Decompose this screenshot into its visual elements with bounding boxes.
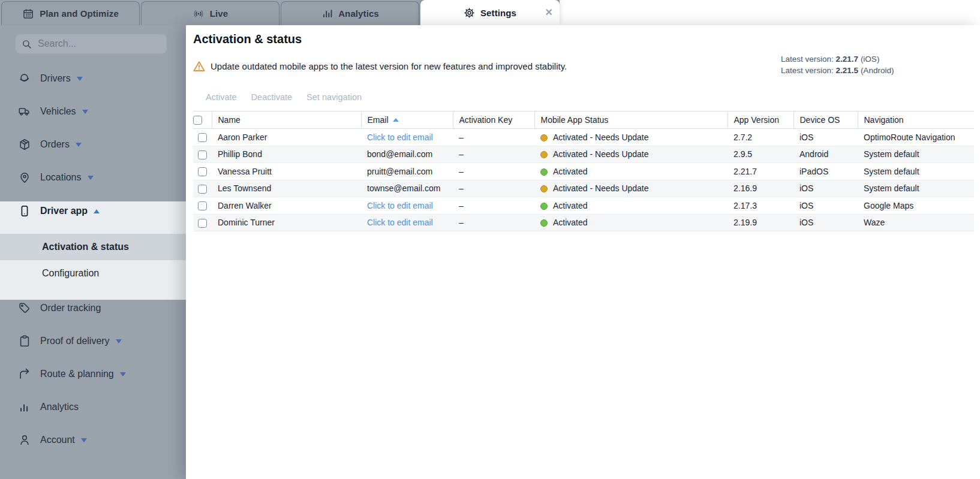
chevron-up-icon [94,209,100,213]
sidebar-item-label: Orders [40,139,70,150]
sidebar-item-label: Account [40,435,75,445]
row-checkbox[interactable] [198,150,207,159]
sort-ascending-icon [393,118,399,122]
row-checkbox[interactable] [198,167,207,176]
tab-label: Plan and Optimize [40,8,119,19]
drivers-table: Name Email Activation Key Mobile App Sta… [193,111,974,231]
table-row: Vanessa Pruitt pruitt@email.com – Activa… [193,163,974,180]
row-checkbox[interactable] [198,133,207,142]
cell-device-os: iPadOS [793,163,858,180]
table-row: Darren Walker Click to edit email – Acti… [193,197,974,215]
cell-app-version: 2.9.5 [728,146,793,163]
sidebar-item-analytics[interactable]: Analytics [0,399,186,415]
cell-name: Les Townsend [212,180,361,197]
chevron-down-icon [76,143,82,147]
cell-app-version: 2.17.3 [728,197,793,215]
row-checkbox[interactable] [198,219,207,228]
tab-label: Analytics [338,8,379,19]
cell-navigation: Waze [858,214,974,231]
sidebar-item-activation-status[interactable]: Activation & status [0,234,186,260]
column-header-device-os[interactable]: Device OS [793,112,858,129]
latest-version-label: Latest version: [781,55,834,64]
chevron-down-icon [81,438,87,442]
cell-device-os: iOS [793,180,858,197]
table-body: Aaron Parker Click to edit email – Activ… [193,129,974,231]
sidebar-item-order-tracking[interactable]: Order tracking [0,300,186,317]
status-dot [540,151,548,158]
tab-analytics[interactable]: Analytics [281,1,419,25]
tab-settings[interactable]: Settings ✕ [420,0,560,25]
sidebar-item-label: Analytics [40,402,79,412]
sidebar-item-orders[interactable]: Orders [0,136,186,153]
cell-device-os: Android [793,146,858,163]
column-header-activation-key[interactable]: Activation Key [453,112,534,129]
latest-version-platform: (iOS) [861,55,880,64]
sidebar-item-label: Proof of delivery [40,336,110,347]
column-header-name[interactable]: Name [212,112,361,129]
status-label: Activated [553,218,588,227]
cell-name: Vanessa Pruitt [212,163,361,180]
sidebar-item-label: Driver app [40,206,88,216]
set-navigation-button[interactable]: Set navigation [306,92,362,102]
cell-email[interactable]: Click to edit email [361,197,453,215]
activate-button[interactable]: Activate [206,92,237,102]
sidebar-item-drivers[interactable]: Drivers [0,70,186,87]
status-label: Activated [553,167,588,176]
tag-icon [18,302,31,315]
search-box[interactable] [16,34,167,53]
row-checkbox[interactable] [198,185,207,194]
smartphone-icon [18,204,31,218]
person-icon [18,433,31,447]
sidebar-item-proof-of-delivery[interactable]: Proof of delivery [0,333,186,350]
sidebar-item-locations[interactable]: Locations [0,169,186,186]
cell-activation-key: – [453,197,534,215]
cell-email[interactable]: pruitt@email.com [361,163,453,180]
sidebar-item-label: Vehicles [40,106,76,117]
sidebar-item-route-planning[interactable]: Route & planning [0,366,186,382]
sidebar-subitem-label: Activation & status [42,242,129,252]
update-warning: Update outdated mobile apps to the lates… [193,61,567,72]
cell-activation-key: – [453,129,534,146]
sidebar-item-driver-app[interactable]: Driver app [0,203,186,219]
cell-activation-key: – [453,214,534,231]
tab-live[interactable]: Live [141,1,279,25]
cell-app-version: 2.16.9 [728,180,793,197]
truck-icon [18,105,31,118]
cell-name: Dominic Turner [212,214,361,231]
select-all-checkbox[interactable] [193,116,202,125]
cell-email[interactable]: Click to edit email [361,214,453,231]
latest-version-number: 2.21.5 [836,66,859,75]
latest-versions: Latest version: 2.21.7 (iOS) Latest vers… [781,54,894,76]
drivers-cap-icon [18,72,31,85]
sidebar-subitem-label: Configuration [42,268,99,279]
column-header-email[interactable]: Email [361,112,453,129]
row-checkbox[interactable] [198,201,207,210]
sidebar-item-configuration[interactable]: Configuration [0,260,186,287]
cell-email[interactable]: Click to edit email [361,129,453,146]
cell-device-os: iOS [793,197,858,215]
tab-bar: Plan and Optimize Live Analytics Se [0,0,560,25]
cell-email[interactable]: townse@email.com [361,180,453,197]
column-header-navigation[interactable]: Navigation [858,112,974,129]
chevron-down-icon [82,110,88,114]
cell-app-version: 2.7.2 [728,129,793,146]
sidebar-item-account[interactable]: Account [0,432,186,448]
cell-activation-key: – [453,163,534,180]
cell-app-version: 2.19.9 [728,214,793,231]
column-header-mobile-app-status[interactable]: Mobile App Status [534,112,728,129]
search-input[interactable] [37,38,161,50]
table-row: Phillip Bond bond@email.com – Activated … [193,146,974,163]
cell-email[interactable]: bond@email.com [361,146,453,163]
latest-version-number: 2.21.7 [836,55,859,64]
cell-name: Darren Walker [212,197,361,215]
tab-plan-and-optimize[interactable]: Plan and Optimize [1,1,140,25]
status-label: Activated - Needs Update [553,149,649,159]
deactivate-button[interactable]: Deactivate [251,92,293,102]
tab-label: Live [210,8,228,19]
close-icon[interactable]: ✕ [545,8,553,17]
cell-device-os: iOS [793,214,858,231]
sidebar-item-vehicles[interactable]: Vehicles [0,103,186,120]
search-icon [22,39,32,49]
status-dot [540,168,548,176]
column-header-app-version[interactable]: App Version [728,112,793,129]
